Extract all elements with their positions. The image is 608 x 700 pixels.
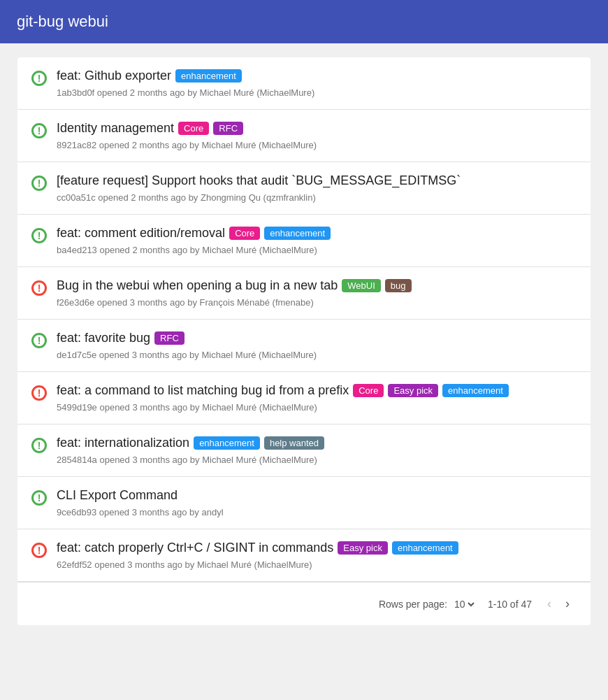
issue-row[interactable]: !feat: internationalizationenhancementhe…: [17, 424, 591, 477]
issue-title: feat: comment edition/removal: [57, 226, 225, 241]
open-issue-icon: !: [31, 176, 47, 191]
issue-title: CLI Export Command: [57, 488, 178, 503]
issue-label-badge[interactable]: Core: [229, 227, 260, 240]
issue-meta: cc00a51c opened 2 months ago by Zhongmin…: [57, 192, 577, 203]
rows-per-page-select[interactable]: 102550: [451, 598, 477, 610]
issue-label-badge[interactable]: Core: [353, 384, 384, 397]
issue-label-badge[interactable]: Easy pick: [388, 384, 438, 397]
open-issue-icon: !: [31, 438, 47, 453]
issue-row[interactable]: !feat: favorite bugRFCde1d7c5e opened 3 …: [17, 320, 591, 372]
issue-meta: f26e3d6e opened 3 months ago by François…: [57, 297, 577, 308]
issue-label-badge[interactable]: enhancement: [442, 384, 509, 397]
issue-label-badge[interactable]: Easy pick: [338, 541, 388, 555]
issue-title: feat: Github exporter: [57, 69, 171, 83]
open-issue-icon: !: [31, 490, 47, 506]
issue-row[interactable]: !feat: comment edition/removalCoreenhanc…: [17, 215, 591, 267]
issue-meta: 1ab3bd0f opened 2 months ago by Michael …: [57, 87, 577, 98]
issue-title: feat: internationalization: [57, 436, 189, 450]
issue-row[interactable]: ![feature request] Support hooks that au…: [17, 162, 591, 215]
issue-row[interactable]: !Bug in the webui when opening a bug in …: [17, 267, 591, 320]
open-issue-icon: !: [31, 123, 47, 138]
issue-label-badge[interactable]: help wanted: [264, 436, 324, 450]
pagination: Rows per page: 102550 1-10 of 47 ‹ ›: [17, 582, 591, 625]
issue-row[interactable]: !CLI Export Command9ce6db93 opened 3 mon…: [17, 477, 591, 529]
issue-label-badge[interactable]: WebUI: [342, 279, 381, 292]
issue-meta: 8921ac82 opened 2 months ago by Michael …: [57, 140, 577, 150]
prev-page-button[interactable]: ‹: [543, 594, 556, 614]
rows-per-page-label: Rows per page:: [379, 599, 447, 610]
issue-title: Bug in the webui when opening a bug in a…: [57, 278, 338, 293]
issue-meta: 5499d19e opened 3 months ago by Michael …: [57, 402, 577, 413]
issue-title: feat: catch properly Ctrl+C / SIGINT in …: [57, 541, 333, 555]
issue-row[interactable]: !feat: catch properly Ctrl+C / SIGINT in…: [17, 529, 591, 582]
closed-issue-icon: !: [31, 385, 47, 401]
closed-issue-icon: !: [31, 543, 47, 558]
issue-meta: ba4ed213 opened 2 months ago by Michael …: [57, 245, 577, 255]
page-range: 1-10 of 47: [488, 599, 532, 610]
issue-row[interactable]: !feat: a command to list matching bug id…: [17, 372, 591, 424]
issue-meta: 62efdf52 opened 3 months ago by Michael …: [57, 559, 577, 570]
issue-label-badge[interactable]: Core: [178, 122, 209, 135]
issue-title: Identity management: [57, 121, 174, 136]
issue-label-badge[interactable]: enhancement: [392, 541, 458, 555]
issue-title: feat: a command to list matching bug id …: [57, 383, 349, 398]
rows-per-page: Rows per page: 102550: [379, 598, 477, 610]
open-issue-icon: !: [31, 228, 47, 243]
issue-label-badge[interactable]: bug: [385, 279, 412, 292]
page-nav: ‹ ›: [543, 594, 574, 614]
open-issue-icon: !: [31, 71, 47, 86]
issue-meta: de1d7c5e opened 3 months ago by Michael …: [57, 350, 577, 360]
issue-meta: 2854814a opened 3 months ago by Michael …: [57, 455, 577, 465]
issue-title: feat: favorite bug: [57, 331, 150, 345]
next-page-button[interactable]: ›: [561, 594, 574, 614]
issue-label-badge[interactable]: enhancement: [264, 227, 331, 240]
open-issue-icon: !: [31, 333, 47, 348]
app-header: git-bug webui: [0, 0, 608, 43]
issue-meta: 9ce6db93 opened 3 months ago by andyl: [57, 507, 577, 517]
issue-label-badge[interactable]: RFC: [154, 331, 184, 345]
issue-title: [feature request] Support hooks that aud…: [57, 173, 461, 188]
issue-row[interactable]: !Identity managementCoreRFC8921ac82 open…: [17, 110, 591, 162]
app-title: git-bug webui: [17, 13, 108, 30]
closed-issue-icon: !: [31, 280, 47, 296]
issue-label-badge[interactable]: RFC: [213, 122, 243, 135]
issue-label-badge[interactable]: enhancement: [175, 69, 242, 83]
issue-label-badge[interactable]: enhancement: [194, 436, 260, 450]
issues-list: !feat: Github exporterenhancement1ab3bd0…: [17, 57, 591, 625]
issue-row[interactable]: !feat: Github exporterenhancement1ab3bd0…: [17, 57, 591, 110]
